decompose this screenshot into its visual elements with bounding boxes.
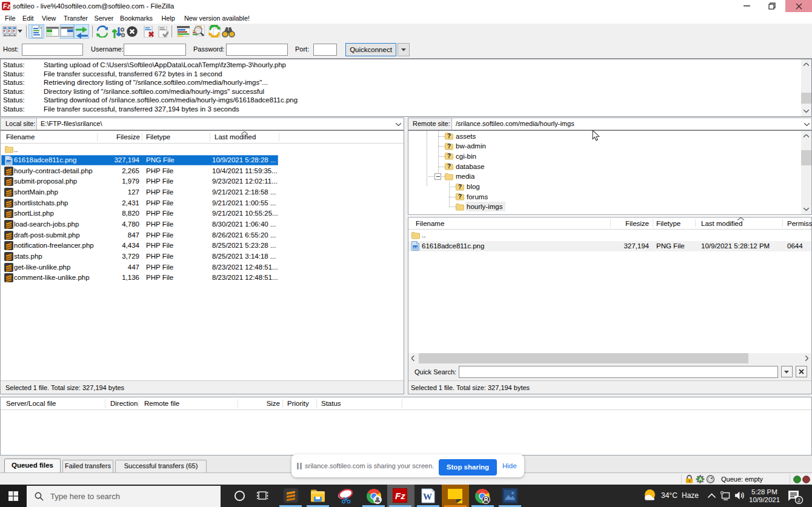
svg-text:?: ? xyxy=(447,133,451,139)
svg-text:?: ? xyxy=(458,184,462,190)
svg-text:?: ? xyxy=(447,153,451,159)
svg-text:A: A xyxy=(699,476,702,482)
svg-text:?: ? xyxy=(447,143,451,150)
svg-text:W: W xyxy=(423,492,432,502)
svg-text:?: ? xyxy=(447,163,451,170)
svg-text:2: 2 xyxy=(797,497,800,503)
svg-text:?: ? xyxy=(458,193,462,200)
